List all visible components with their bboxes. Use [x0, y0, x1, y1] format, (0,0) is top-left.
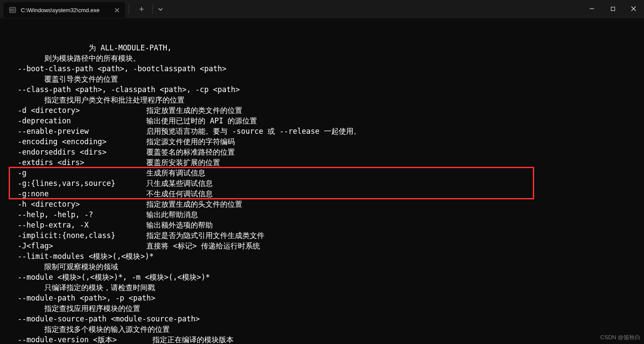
cmd-icon: C:\ — [9, 6, 17, 14]
maximize-button[interactable] — [602, 0, 623, 17]
tab-separator — [129, 4, 129, 14]
terminal-line: --module-path <path>, -p <path> — [9, 293, 635, 303]
terminal-line: --boot-class-path <path>, -bootclasspath… — [9, 63, 635, 74]
terminal-line: -implicit:{none,class} 指定是否为隐式引用文件生成类文件 — [9, 230, 635, 241]
terminal-line: 为 ALL-MODULE-PATH, — [9, 43, 635, 53]
terminal-line: -g:{lines,vars,source} 只生成某些调试信息 — [9, 178, 635, 189]
close-button[interactable] — [623, 0, 644, 17]
tab-dropdown-button[interactable] — [154, 2, 167, 17]
terminal-line: -h <directory> 指定放置生成的头文件的位置 — [9, 199, 635, 209]
terminal-line: --module-version <版本> 指定正在编译的模块版本 — [9, 334, 635, 344]
tab-title: C:\Windows\system32\cmd.exe — [21, 7, 109, 13]
terminal-line: 只编译指定的模块，请检查时间戳 — [9, 282, 635, 293]
terminal-line: 指定查找多个模块的输入源文件的位置 — [9, 324, 635, 334]
terminal-line: --help-extra, -X 输出额外选项的帮助 — [9, 220, 635, 230]
terminal-line: --module <模块>(,<模块>)*, -m <模块>(,<模块>)* — [9, 272, 635, 282]
terminal-line: 指定查找应用程序模块的位置 — [9, 303, 635, 314]
minimize-button[interactable] — [581, 0, 602, 17]
terminal-line: -g 生成所有调试信息 — [9, 168, 635, 178]
tab-separator-2 — [152, 4, 153, 14]
watermark: CSDN @笛秋白 — [600, 334, 641, 341]
window-controls — [581, 0, 644, 18]
terminal-line: --help, -help, -? 输出此帮助消息 — [9, 209, 635, 220]
terminal-line: 覆盖引导类文件的位置 — [9, 74, 635, 84]
terminal-line: -d <directory> 指定放置生成的类文件的位置 — [9, 105, 635, 116]
terminal-line: --module-source-path <module-source-path… — [9, 314, 635, 324]
terminal-line: -deprecation 输出使用已过时的 API 的源位置 — [9, 116, 635, 126]
terminal-line: --enable-preview 启用预览语言功能。要与 -source 或 -… — [9, 126, 635, 136]
titlebar: C:\ C:\Windows\system32\cmd.exe — [0, 0, 644, 18]
active-tab[interactable]: C:\ C:\Windows\system32\cmd.exe — [3, 2, 125, 18]
terminal-line: -extdirs <dirs> 覆盖所安装扩展的位置 — [9, 157, 635, 168]
terminal-line: 指定查找用户类文件和批注处理程序的位置 — [9, 95, 635, 105]
terminal-line: -endorseddirs <dirs> 覆盖签名的标准路径的位置 — [9, 147, 635, 157]
terminal-line: 则为模块路径中的所有模块。 — [9, 53, 635, 63]
terminal-line: --limit-modules <模块>(,<模块>)* — [9, 251, 635, 261]
terminal-line: -J<flag> 直接将 <标记> 传递给运行时系统 — [9, 241, 635, 251]
tab-close-button[interactable] — [113, 6, 121, 14]
terminal-output[interactable]: 为 ALL-MODULE-PATH, 则为模块路径中的所有模块。 --boot-… — [0, 18, 644, 344]
terminal-line: -encoding <encoding> 指定源文件使用的字符编码 — [9, 136, 635, 147]
new-tab-button[interactable] — [134, 2, 149, 17]
terminal-line: 限制可观察模块的领域 — [9, 261, 635, 272]
terminal-line: -g:none 不生成任何调试信息 — [9, 189, 635, 199]
terminal-line: --class-path <path>, -classpath <path>, … — [9, 84, 635, 95]
svg-text:C:\: C:\ — [10, 8, 14, 12]
svg-rect-2 — [611, 7, 614, 10]
